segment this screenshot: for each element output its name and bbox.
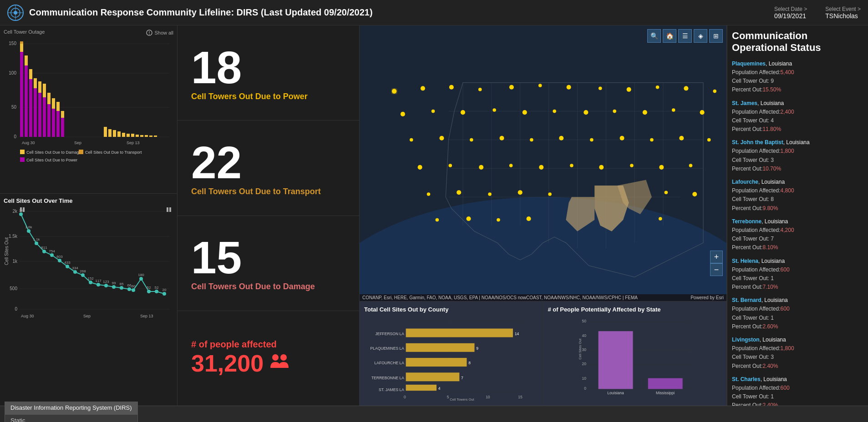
svg-rect-23 bbox=[52, 109, 55, 137]
map-layers-button[interactable]: ◈ bbox=[694, 29, 707, 43]
power-number: 18 bbox=[191, 45, 242, 90]
sidebar-item-population: Population Affected:1,800 bbox=[732, 345, 794, 352]
sidebar-item-percent: Percent Out:2.60% bbox=[732, 323, 778, 330]
svg-point-163 bbox=[650, 138, 654, 142]
svg-rect-41 bbox=[122, 133, 125, 137]
sidebar-title: Communication Operational Status bbox=[732, 30, 863, 54]
right-sidebar: Communication Operational Status Plaquem… bbox=[727, 25, 868, 406]
sidebar-item-towers: Cell Tower Out: 1 bbox=[732, 315, 774, 321]
svg-point-161 bbox=[590, 138, 594, 142]
svg-text:180: 180 bbox=[138, 273, 144, 277]
svg-rect-48 bbox=[154, 136, 157, 137]
map-search-button[interactable]: 🔍 bbox=[647, 29, 661, 43]
svg-point-174 bbox=[659, 165, 664, 170]
svg-rect-24 bbox=[56, 111, 60, 137]
sidebar-item-percent: Percent Out:2.40% bbox=[732, 363, 778, 369]
svg-rect-36 bbox=[20, 41, 23, 44]
svg-text:1.6k: 1.6k bbox=[25, 225, 32, 229]
stats-panel: 18 Cell Towers Out Due to Power 22 Cell … bbox=[178, 25, 360, 406]
sidebar-item: St. Helena, Louisiana Population Affecte… bbox=[732, 257, 863, 292]
svg-point-178 bbox=[488, 192, 492, 196]
svg-text:Sep: Sep bbox=[74, 141, 81, 145]
map-basemap-button[interactable]: ⊞ bbox=[709, 29, 723, 43]
svg-point-179 bbox=[518, 190, 523, 195]
map-list-button[interactable]: ☰ bbox=[678, 29, 692, 43]
date-label: Select Date > bbox=[774, 6, 807, 12]
svg-point-137 bbox=[538, 84, 542, 87]
date-selector[interactable]: Select Date > 09/19/2021 bbox=[774, 6, 807, 20]
power-label: Cell Towers Out Due to Power bbox=[191, 92, 308, 101]
line-chart-panel: Cell Sites Out Over Time 2k 1.5k 1k 500 … bbox=[0, 194, 177, 406]
svg-rect-27 bbox=[25, 55, 28, 65]
svg-point-185 bbox=[497, 218, 500, 222]
svg-text:0: 0 bbox=[14, 134, 16, 139]
main-content: Cell Tower Outage Show all 150 100 50 0 bbox=[0, 25, 868, 406]
show-all-button[interactable]: Show all bbox=[146, 30, 173, 36]
svg-point-83 bbox=[73, 270, 77, 274]
sidebar-item-population: Population Affected:2,400 bbox=[732, 109, 794, 115]
svg-rect-31 bbox=[43, 84, 46, 97]
svg-point-142 bbox=[684, 86, 688, 90]
svg-text:40: 40 bbox=[582, 333, 586, 338]
svg-text:15: 15 bbox=[518, 395, 523, 399]
svg-text:PLAQUEMINES LA: PLAQUEMINES LA bbox=[371, 346, 405, 351]
svg-text:5: 5 bbox=[447, 395, 449, 399]
svg-rect-22 bbox=[47, 104, 51, 137]
svg-point-133 bbox=[421, 86, 425, 90]
svg-text:Cell Sites Out Due to Damage: Cell Sites Out Due to Damage bbox=[26, 150, 81, 155]
county-chart: Total Cell Sites Out by County 0 5 10 15… bbox=[360, 301, 543, 406]
svg-point-7 bbox=[149, 34, 150, 35]
map-attribution: CONANP, Esri, HERE, Garmin, FAO, NOAA, U… bbox=[360, 294, 726, 301]
svg-rect-30 bbox=[38, 81, 41, 93]
svg-point-162 bbox=[619, 136, 624, 141]
svg-text:Louisiana: Louisiana bbox=[607, 391, 624, 395]
zoom-out-button[interactable]: − bbox=[710, 263, 723, 276]
svg-text:JEFFERSON LA: JEFFERSON LA bbox=[375, 332, 404, 336]
svg-rect-40 bbox=[117, 131, 121, 137]
zoom-in-button[interactable]: + bbox=[710, 251, 723, 263]
svg-point-172 bbox=[599, 165, 604, 170]
svg-text:123: 123 bbox=[103, 280, 109, 284]
svg-text:334: 334 bbox=[72, 266, 78, 270]
svg-rect-112 bbox=[20, 207, 22, 212]
svg-text:60: 60 bbox=[132, 284, 136, 288]
svg-point-183 bbox=[436, 218, 439, 222]
map-panel: 🔍 🏠 ☰ ◈ ⊞ + − CONANP, Esri, HERE, Garmin… bbox=[360, 25, 727, 406]
svg-rect-26 bbox=[20, 44, 23, 52]
svg-text:8: 8 bbox=[468, 361, 471, 365]
svg-text:50: 50 bbox=[11, 105, 17, 110]
svg-point-79 bbox=[58, 259, 61, 262]
svg-rect-42 bbox=[127, 134, 130, 137]
sidebar-item-name: Plaquemines bbox=[732, 60, 766, 67]
svg-text:500: 500 bbox=[10, 286, 17, 291]
sidebar-item-percent: Percent Out:11.80% bbox=[732, 126, 781, 132]
svg-point-138 bbox=[567, 85, 571, 90]
svg-point-77 bbox=[50, 253, 54, 257]
svg-point-150 bbox=[584, 110, 588, 115]
line-chart-title: Cell Sites Out Over Time bbox=[4, 197, 173, 204]
svg-text:Cell Sites Out: Cell Sites Out bbox=[578, 338, 582, 360]
sidebar-item: St. John the Baptist, Louisiana Populati… bbox=[732, 138, 863, 173]
svg-point-165 bbox=[707, 138, 711, 142]
event-selector[interactable]: Select Event > TSNicholas bbox=[825, 6, 861, 20]
map-home-button[interactable]: 🏠 bbox=[663, 29, 676, 43]
svg-point-169 bbox=[509, 164, 513, 167]
left-panel: Cell Tower Outage Show all 150 100 50 0 bbox=[0, 25, 178, 406]
svg-point-132 bbox=[392, 89, 396, 94]
svg-rect-205 bbox=[406, 358, 467, 367]
line-chart-svg: 2k 1.5k 1k 500 0 Cell Sites Out 2k 1 bbox=[4, 206, 172, 333]
svg-text:0: 0 bbox=[584, 386, 586, 391]
footer-tab[interactable]: Static bbox=[5, 414, 138, 422]
svg-rect-38 bbox=[108, 129, 112, 137]
bar-chart-panel: Cell Tower Outage Show all 150 100 50 0 bbox=[0, 25, 177, 194]
sidebar-item: Plaquemines, Louisiana Population Affect… bbox=[732, 60, 863, 95]
svg-text:Cell Sites Out: Cell Sites Out bbox=[4, 237, 9, 265]
svg-rect-199 bbox=[406, 329, 513, 337]
sidebar-item-name: Livingston bbox=[732, 337, 760, 343]
date-value: 09/19/2021 bbox=[774, 12, 807, 20]
map-container[interactable]: 🔍 🏠 ☰ ◈ ⊞ + − bbox=[360, 25, 726, 294]
svg-text:20: 20 bbox=[162, 288, 167, 292]
county-chart-svg: 0 5 10 15 Cell Towers Out JEFFERSON LA bbox=[364, 316, 538, 401]
svg-text:9: 9 bbox=[476, 346, 478, 351]
app-logo bbox=[7, 5, 24, 21]
